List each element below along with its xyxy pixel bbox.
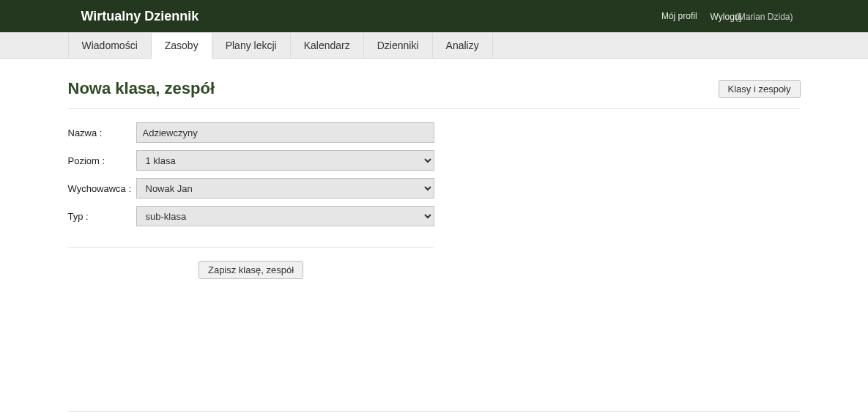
teacher-select[interactable]: Nowak Jan [136, 178, 434, 199]
name-input[interactable] [136, 122, 434, 143]
user-name: (Marian Dzida) [735, 12, 793, 22]
tab-plany-lekcji[interactable]: Plany lekcji [212, 33, 291, 58]
main-content: Nowa klasa, zespół Klasy i zespoły Nazwa… [68, 59, 801, 279]
teacher-label: Wychowawca : [68, 183, 136, 194]
page-title: Nowa klasa, zespół [68, 79, 215, 98]
header-links: Mój profil Wyloguj (Marian Dzida) [661, 11, 798, 22]
tab-wiadomosci[interactable]: Wiadomości [68, 33, 152, 58]
tab-analizy[interactable]: Analizy [432, 33, 493, 58]
save-button[interactable]: Zapisz klasę, zespół [199, 261, 303, 279]
tab-kalendarz[interactable]: Kalendarz [290, 33, 364, 58]
profile-link[interactable]: Mój profil [661, 11, 697, 21]
footer: Copyright © 2010 WizjaNET [68, 411, 801, 419]
tabs-bar: Wiadomości Zasoby Plany lekcji Kalendarz… [0, 32, 868, 59]
form-area: Nazwa : Poziom : 1 klasa Wychowawca : No… [68, 109, 434, 248]
app-title: Wirtualny Dziennik [71, 9, 199, 24]
level-label: Poziom : [68, 155, 136, 166]
name-label: Nazwa : [68, 127, 136, 138]
classes-groups-button[interactable]: Klasy i zespoły [719, 80, 801, 98]
tab-zasoby[interactable]: Zasoby [151, 33, 212, 58]
type-select[interactable]: sub-klasa [136, 206, 434, 226]
type-label: Typ : [68, 211, 136, 222]
header-bar: Wirtualny Dziennik Mój profil Wyloguj (M… [0, 0, 868, 32]
tab-dzienniki[interactable]: Dzienniki [363, 33, 433, 58]
level-select[interactable]: 1 klasa [136, 150, 434, 171]
